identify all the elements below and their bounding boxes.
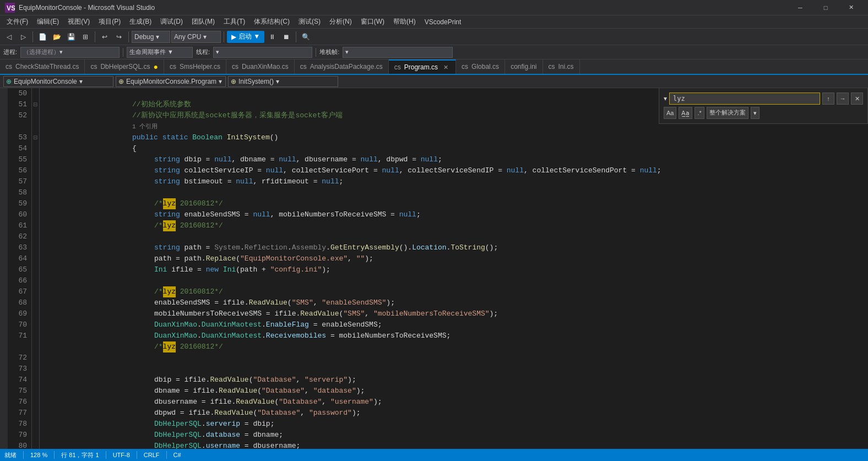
match-case-button[interactable]: Aa: [664, 107, 676, 119]
menu-vscodeprint[interactable]: VScodePrint: [420, 15, 466, 29]
code-editor[interactable]: 50 51 52 53 54 55 56 57 58 59 60 61 62 6…: [8, 88, 868, 449]
minimize-button[interactable]: ─: [788, 0, 813, 15]
toolbar-save-all[interactable]: ⊞: [79, 30, 92, 44]
code-line-70: DuanXinMao.DuanXinMaotest.EnableFlag = e…: [44, 319, 868, 330]
menu-project[interactable]: 项目(P): [94, 15, 125, 29]
play-button[interactable]: ▶ 启动 ▼: [227, 31, 264, 43]
tabbar: cs CheckStateThread.cs cs DbHelperSQL.cs…: [0, 59, 868, 75]
window-title: EquipMonitorConsole - Microsoft Visual S…: [19, 4, 788, 12]
toolbar-sep-1: [32, 31, 33, 42]
code-line-71b: /*lyz 20160812*/: [44, 341, 868, 352]
code-line-72: [44, 352, 868, 364]
code-line-77: dbpwd = ifile.ReadValue("Database", "pas…: [44, 408, 868, 419]
lifecycle-dropdown[interactable]: 生命周期事件 ▼: [127, 47, 193, 58]
menu-help[interactable]: 帮助(H): [389, 15, 420, 29]
toolbar-undo[interactable]: ↩: [98, 30, 111, 44]
thread-dropdown[interactable]: ▾: [213, 47, 312, 58]
processbar: 进程: （选择进程） ▾ 生命周期事件 ▼ 线程: ▾ 堆栈帧: ▾: [0, 45, 868, 59]
toolbar-sep-2: [95, 31, 95, 42]
play-icon: ▶: [231, 33, 236, 41]
menu-analyze[interactable]: 分析(N): [325, 15, 356, 29]
member-icon: ⊕: [231, 78, 236, 85]
menu-edit[interactable]: 编辑(E): [32, 15, 63, 29]
code-line-68: enableSendSMS = ifile.ReadValue("SMS", "…: [44, 297, 868, 308]
toolbar-open[interactable]: 📂: [50, 30, 63, 44]
tab-dbhelpersql[interactable]: cs DbHelperSQL.cs ●: [85, 59, 164, 74]
process-dropdown[interactable]: （选择进程） ▾: [20, 47, 120, 58]
bookmark-gutter: [0, 88, 8, 449]
toolbar-btn-2[interactable]: ▷: [17, 30, 30, 44]
code-line-60: string enableSendSMS = null, mobileNumbe…: [44, 209, 868, 220]
class-icon: ⊕: [6, 78, 12, 85]
code-content[interactable]: //初始化系统参数 //新协议中应用系统是socket服务器，采集服务是sock…: [40, 88, 868, 449]
tab-configini[interactable]: config.ini: [505, 59, 542, 74]
collapse-gutter: ⊟ ⊟: [32, 88, 40, 449]
code-line-74: dbip = ifile.ReadValue("Database", "serv…: [44, 375, 868, 386]
find-panel: ▾ ↑ → ✕ Aa A̲a̲ .* 整个解决方案 ▾: [659, 88, 868, 124]
menu-debug[interactable]: 调试(D): [156, 15, 187, 29]
close-button[interactable]: ✕: [838, 0, 864, 15]
scope-expand-icon[interactable]: ▾: [751, 107, 760, 119]
window-controls: ─ □ ✕: [788, 0, 864, 15]
menubar: 文件(F) 编辑(E) 视图(V) 项目(P) 生成(B) 调试(D) 团队(M…: [0, 15, 868, 29]
maximize-button[interactable]: □: [813, 0, 838, 15]
tab-program[interactable]: cs Program.cs ✕: [389, 59, 456, 74]
menu-view[interactable]: 视图(V): [63, 15, 94, 29]
toolbar-new[interactable]: 📄: [36, 30, 49, 44]
toolbar-stop[interactable]: ⏹: [280, 30, 293, 44]
find-prev-button[interactable]: ↑: [822, 93, 834, 105]
toolbar-search[interactable]: 🔍: [299, 30, 312, 44]
tab-close-program[interactable]: ✕: [441, 63, 450, 72]
code-line-66: [44, 275, 868, 286]
code-line-59: /*lyz 20160812*/: [44, 198, 868, 209]
tab-duanxinmao[interactable]: cs DuanXinMao.cs: [226, 59, 295, 74]
method-icon: ⊕: [118, 78, 124, 85]
platform-dropdown[interactable]: Any CPU ▾: [171, 31, 221, 43]
toolbar-pause[interactable]: ⏸: [265, 30, 279, 44]
stackframe-dropdown[interactable]: ▾: [343, 47, 453, 58]
tab-checkstatethread[interactable]: cs CheckStateThread.cs: [0, 59, 85, 74]
code-line-64: path = path.Replace("EquipMonitorConsole…: [44, 253, 868, 264]
toolbar-sep-3: [128, 31, 129, 42]
find-search-input[interactable]: [669, 93, 820, 105]
tab-smshelper[interactable]: cs SmsHelper.cs: [164, 59, 226, 74]
proc-sep-1: [123, 48, 123, 57]
find-next-button[interactable]: →: [837, 93, 849, 105]
find-options: Aa A̲a̲ .* 整个解决方案 ▾: [664, 107, 863, 119]
menu-test[interactable]: 测试(S): [294, 15, 325, 29]
find-close-button[interactable]: ✕: [851, 93, 863, 105]
toolbar-redo[interactable]: ↪: [112, 30, 126, 44]
code-line-79: DbHelperSQL.database = dbname;: [44, 430, 868, 441]
collapse-53[interactable]: ⊟: [32, 132, 39, 143]
toolbar-save[interactable]: 💾: [64, 30, 78, 44]
find-expand-icon[interactable]: ▾: [664, 95, 667, 102]
tab-inics[interactable]: cs Ini.cs: [543, 59, 580, 74]
menu-tools[interactable]: 工具(T): [219, 15, 249, 29]
arrow-right-icon: →: [840, 95, 846, 102]
menu-file[interactable]: 文件(F): [2, 15, 32, 29]
toolbar-btn-1[interactable]: ◁: [2, 30, 15, 44]
tab-analysisdatapackage[interactable]: cs AnalysisDataPackage.cs: [295, 59, 389, 74]
scope-dropdown[interactable]: 整个解决方案: [707, 107, 748, 119]
main-toolbar: ◁ ▷ 📄 📂 💾 ⊞ ↩ ↪ Debug ▾ Any CPU ▾ ▶ 启动 ▼…: [0, 29, 868, 45]
regex-button[interactable]: .*: [695, 107, 704, 119]
code-line-65: Ini ifile = new Ini(path + "config.ini")…: [44, 264, 868, 275]
code-line-58: [44, 187, 868, 198]
menu-team[interactable]: 团队(M): [187, 15, 219, 29]
menu-arch[interactable]: 体系结构(C): [249, 15, 294, 29]
menu-window[interactable]: 窗口(W): [356, 15, 389, 29]
method-dropdown[interactable]: ⊕ EquipMonitorConsole.Program ▾: [116, 76, 226, 87]
member-dropdown[interactable]: ⊕ InitSystem() ▾: [228, 76, 338, 87]
editor-area: 50 51 52 53 54 55 56 57 58 59 60 61 62 6…: [0, 88, 868, 449]
code-line-61: /*lyz 20160812*/: [44, 220, 868, 231]
whole-word-button[interactable]: A̲a̲: [679, 107, 692, 119]
menu-build[interactable]: 生成(B): [125, 15, 156, 29]
tab-global[interactable]: cs Global.cs: [456, 59, 505, 74]
collapse-51[interactable]: ⊟: [32, 99, 39, 110]
titlebar: VS EquipMonitorConsole - Microsoft Visua…: [0, 0, 868, 15]
code-line-54: {: [44, 143, 868, 154]
debug-config-dropdown[interactable]: Debug ▾: [132, 31, 170, 43]
code-line-63: string path = System.Reflection.Assembly…: [44, 242, 868, 253]
process-label: 进程:: [3, 48, 17, 56]
class-dropdown[interactable]: ⊕ EquipMonitorConsole ▾: [3, 76, 113, 87]
